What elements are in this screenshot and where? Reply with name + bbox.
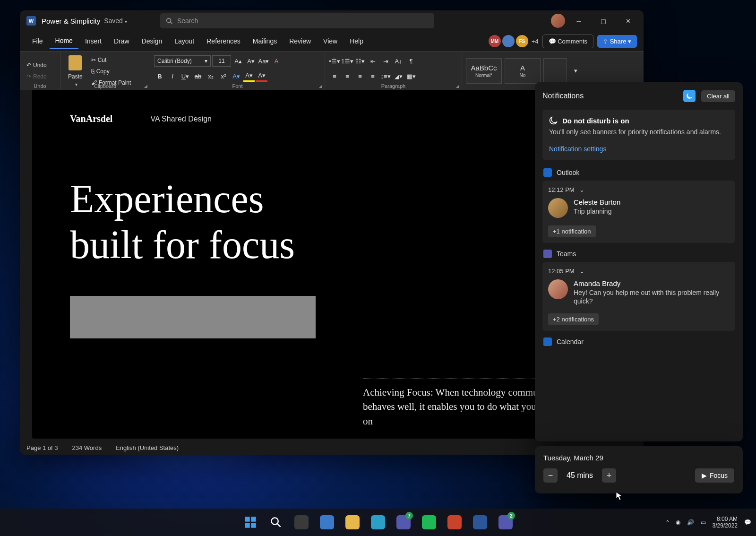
presence-more[interactable]: +4 [532, 38, 539, 45]
undo-button[interactable]: ↶ Undo [24, 60, 50, 70]
tray-volume-icon[interactable]: 🔊 [687, 519, 694, 526]
shrink-font-button[interactable]: A▾ [245, 55, 257, 67]
tray-battery-icon[interactable]: ▭ [701, 519, 706, 526]
status-page[interactable]: Page 1 of 3 [26, 444, 58, 451]
strikethrough-button[interactable]: ab [192, 70, 204, 82]
menu-insert[interactable]: Insert [79, 34, 107, 49]
save-status[interactable]: Saved▾ [104, 17, 127, 25]
notif-app-teams[interactable]: Teams [543, 250, 735, 258]
dnd-toggle-button[interactable] [683, 90, 696, 102]
show-marks-button[interactable]: ¶ [405, 55, 417, 67]
align-right-button[interactable]: ≡ [354, 70, 366, 82]
search-input[interactable]: Search [160, 13, 434, 28]
styles-gallery-more-icon[interactable]: ▾ [570, 65, 581, 77]
presence-avatar[interactable]: FS [516, 35, 528, 47]
cut-button[interactable]: ✂ Cut [88, 55, 134, 65]
taskbar-taskview[interactable] [290, 511, 313, 534]
align-left-button[interactable]: ≡ [329, 70, 340, 82]
taskbar-edge[interactable] [367, 511, 389, 534]
subscript-button[interactable]: x₂ [205, 70, 216, 82]
focus-decrease-button[interactable]: − [543, 468, 558, 483]
focus-start-button[interactable]: ▶ Focus [695, 468, 734, 483]
close-button[interactable]: ✕ [617, 12, 639, 29]
presence-avatar[interactable]: MM [489, 35, 501, 47]
user-avatar[interactable] [551, 14, 565, 28]
style-no-spacing[interactable]: ANo [505, 58, 541, 84]
style-more[interactable] [543, 58, 567, 84]
clear-all-button[interactable]: Clear all [701, 90, 735, 102]
notif-item[interactable]: Celeste BurtonTrip planning [548, 198, 730, 218]
notif-more-button[interactable]: +1 notification [548, 225, 596, 237]
taskbar-explorer[interactable] [341, 511, 364, 534]
system-tray[interactable]: ^ ◉ 🔊 ▭ 8:00 AM 3/29/2022 💬 [666, 516, 751, 529]
increase-indent-button[interactable]: ⇥ [380, 55, 391, 67]
notif-app-calendar[interactable]: Calendar [543, 337, 735, 346]
menu-file[interactable]: File [26, 34, 49, 49]
menu-mailings[interactable]: Mailings [247, 34, 283, 49]
redo-button[interactable]: ↷ Redo [24, 71, 50, 82]
menu-help[interactable]: Help [344, 34, 369, 49]
superscript-button[interactable]: x² [218, 70, 229, 82]
share-button[interactable]: ⇪ Share ▾ [597, 35, 637, 48]
font-size-combo[interactable]: 11 [212, 55, 231, 67]
dialog-launcher-icon[interactable]: ◢ [319, 84, 322, 88]
notification-settings-link[interactable]: Notification settings [549, 145, 606, 153]
status-word-count[interactable]: 234 Words [72, 444, 102, 451]
taskbar-search[interactable] [265, 511, 287, 534]
sort-button[interactable]: A↓ [393, 55, 404, 67]
dialog-launcher-icon[interactable]: ◢ [456, 84, 459, 88]
taskbar-spotify[interactable] [418, 511, 440, 534]
taskbar-widgets[interactable] [316, 511, 338, 534]
highlight-button[interactable]: A▾ [243, 70, 255, 82]
change-case-button[interactable]: Aa▾ [258, 55, 269, 67]
justify-button[interactable]: ≡ [367, 70, 378, 82]
doc-image-placeholder[interactable] [70, 296, 316, 338]
taskbar-word[interactable] [469, 511, 491, 534]
chevron-down-icon[interactable]: ⌄ [579, 186, 584, 193]
font-color-button[interactable]: A▾ [256, 70, 267, 82]
copy-button[interactable]: ⎘ Copy [88, 66, 134, 77]
notif-app-outlook[interactable]: Outlook [543, 168, 735, 177]
maximize-button[interactable]: ▢ [593, 12, 614, 29]
numbering-button[interactable]: 1☰▾ [342, 55, 353, 67]
tray-chevron-icon[interactable]: ^ [666, 519, 669, 526]
font-name-combo[interactable]: Calibri (Body)▾ [154, 55, 211, 67]
notif-item[interactable]: Amanda BradyHey! Can you help me out wit… [548, 279, 730, 306]
notif-card[interactable]: 12:12 PM ⌄Celeste BurtonTrip planning+1 … [542, 181, 735, 243]
taskbar-teams-chat[interactable]: 2 [494, 511, 517, 534]
menu-references[interactable]: References [201, 34, 246, 49]
notif-card[interactable]: 12:05 PM ⌄Amanda BradyHey! Can you help … [542, 262, 735, 331]
italic-button[interactable]: I [167, 70, 178, 82]
menu-design[interactable]: Design [136, 34, 168, 49]
align-center-button[interactable]: ≡ [342, 70, 353, 82]
menu-draw[interactable]: Draw [108, 34, 135, 49]
minimize-button[interactable]: ─ [568, 12, 590, 29]
tray-wifi-icon[interactable]: ◉ [676, 519, 680, 526]
chevron-down-icon[interactable]: ⌄ [579, 268, 584, 275]
menu-view[interactable]: View [318, 34, 343, 49]
borders-button[interactable]: ▦▾ [405, 70, 417, 82]
tray-clock[interactable]: 8:00 AM 3/29/2022 [713, 516, 738, 529]
clear-formatting-button[interactable]: A [271, 55, 282, 67]
dialog-launcher-icon[interactable]: ◢ [144, 84, 147, 88]
taskbar-teams[interactable]: 7 [392, 511, 415, 534]
underline-button[interactable]: U▾ [180, 70, 191, 82]
taskbar-powerpoint[interactable] [443, 511, 466, 534]
notif-more-button[interactable]: +2 notifications [548, 313, 599, 325]
bullets-button[interactable]: •☰▾ [329, 55, 340, 67]
decrease-indent-button[interactable]: ⇤ [367, 55, 378, 67]
taskbar-start[interactable] [239, 511, 262, 534]
text-effects-button[interactable]: A▾ [231, 70, 242, 82]
multilevel-list-button[interactable]: ☷▾ [354, 55, 366, 67]
bold-button[interactable]: B [154, 70, 165, 82]
tray-notifications-icon[interactable]: 💬 [744, 519, 751, 526]
line-spacing-button[interactable]: ↕≡▾ [380, 70, 391, 82]
menu-layout[interactable]: Layout [169, 34, 200, 49]
presence-avatars[interactable]: MMFS+4 [489, 35, 539, 47]
menu-home[interactable]: Home [50, 33, 78, 49]
focus-date[interactable]: Tuesday, March 29 [543, 454, 734, 462]
grow-font-button[interactable]: A▴ [232, 55, 244, 67]
style-normal[interactable]: AaBbCcNormal* [466, 58, 502, 84]
focus-increase-button[interactable]: + [602, 468, 616, 483]
menu-review[interactable]: Review [284, 34, 317, 49]
